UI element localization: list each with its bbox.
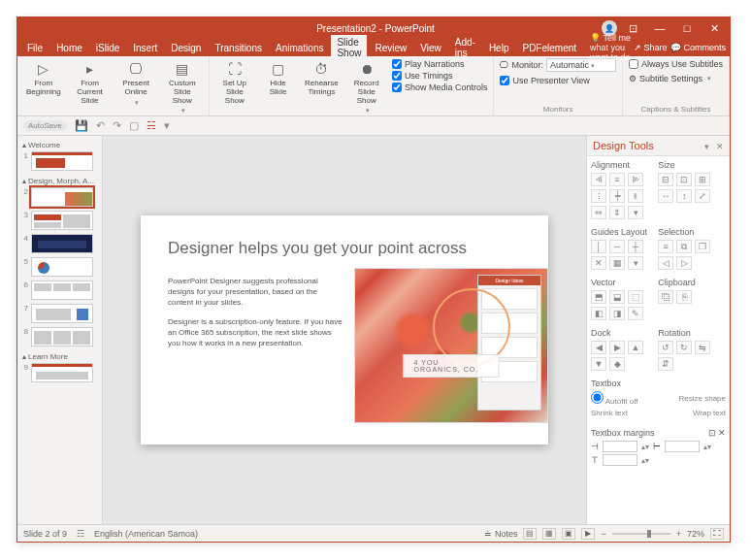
qat-icon-1[interactable]: ▢ bbox=[129, 119, 139, 132]
pane-close-icon[interactable]: ✕ bbox=[716, 142, 724, 151]
custom-show-button[interactable]: ▤Custom Slide Show bbox=[162, 58, 203, 116]
thumb-3[interactable] bbox=[31, 211, 93, 230]
margins-lock-icon[interactable]: ⊡ bbox=[708, 428, 716, 438]
same-width-icon[interactable]: ⊟ bbox=[658, 173, 673, 186]
thumb-9[interactable] bbox=[31, 363, 93, 382]
minimize-button[interactable]: — bbox=[648, 22, 671, 34]
flip-h-icon[interactable]: ⇋ bbox=[695, 341, 710, 354]
tab-view[interactable]: View bbox=[414, 41, 447, 55]
thumb-2[interactable] bbox=[31, 187, 93, 207]
setup-button[interactable]: ⛶Set Up Slide Show bbox=[215, 58, 254, 116]
dock-right-icon[interactable]: ▶ bbox=[609, 341, 625, 354]
dock-center-icon[interactable]: ◆ bbox=[609, 357, 625, 371]
qat-icon-2[interactable]: ☵ bbox=[147, 119, 156, 132]
tab-design[interactable]: Design bbox=[165, 41, 207, 55]
tab-file[interactable]: File bbox=[21, 41, 49, 55]
tab-home[interactable]: Home bbox=[50, 41, 88, 55]
dock-up-icon[interactable]: ▲ bbox=[628, 341, 643, 354]
same-height-icon[interactable]: ⊡ bbox=[676, 173, 692, 186]
sel-pane-icon[interactable]: ≡ bbox=[658, 240, 673, 253]
zoom-slider[interactable] bbox=[612, 533, 670, 535]
rehearse-button[interactable]: ⏱Rehearse Timings bbox=[302, 58, 341, 116]
tell-me[interactable]: 💡 Tell me what you want to do bbox=[590, 33, 632, 62]
sorter-view-icon[interactable]: ▦ bbox=[542, 528, 556, 540]
notes-button[interactable]: ≐ Notes bbox=[484, 529, 517, 539]
sel-copy-icon[interactable]: ❐ bbox=[695, 240, 710, 253]
comments-button[interactable]: 💬 Comments bbox=[670, 43, 726, 52]
tab-help[interactable]: Help bbox=[483, 41, 515, 55]
use-timings-check[interactable]: Use Timings bbox=[392, 71, 488, 81]
thumb-5[interactable] bbox=[31, 257, 93, 277]
thumbnail-panel[interactable]: ▴ Welcome 1 ▴ Design, Morph, A... 2 3 4 … bbox=[17, 136, 103, 524]
thumb-1[interactable] bbox=[31, 151, 93, 171]
qat-more-icon[interactable]: ▾ bbox=[164, 119, 170, 132]
hide-slide-button[interactable]: ▢Hide Slide bbox=[260, 58, 296, 116]
margin-right-field[interactable] bbox=[665, 441, 700, 452]
zoom-level[interactable]: 72% bbox=[687, 529, 704, 539]
vec-edit-icon[interactable]: ✎ bbox=[628, 307, 643, 320]
section-learn[interactable]: ▴ Learn More bbox=[20, 350, 99, 363]
thumb-7[interactable] bbox=[31, 304, 93, 323]
play-narrations-check[interactable]: Play Narrations bbox=[392, 59, 488, 69]
rot-ccw-icon[interactable]: ↺ bbox=[658, 341, 673, 354]
pane-menu-icon[interactable]: ▾ bbox=[704, 142, 709, 151]
spin-arrows[interactable]: ▴▾ bbox=[641, 456, 649, 465]
presenter-view-check[interactable]: Use Presenter View bbox=[500, 76, 616, 85]
guide-del-icon[interactable]: ✕ bbox=[591, 256, 606, 270]
sel-fwd-icon[interactable]: ▷ bbox=[676, 256, 692, 270]
clip-copy-icon[interactable]: ⿻ bbox=[658, 290, 673, 304]
dock-down-icon[interactable]: ▼ bbox=[591, 357, 606, 371]
guide-grid-icon[interactable]: ▦ bbox=[609, 256, 625, 270]
fit-window-icon[interactable]: ⛶ bbox=[710, 528, 724, 540]
zoom-out-button[interactable]: − bbox=[601, 529, 605, 539]
sel-back-icon[interactable]: ◁ bbox=[658, 256, 673, 270]
design-tools-content[interactable]: Alignment ⫷≡⫸ ⫶┿⫵ ⇔⇕▾ Size ⊟⊡⊞ ↔↕⤢ Guide bbox=[587, 156, 730, 524]
accessibility-icon[interactable]: ☶ bbox=[77, 529, 84, 539]
size-both-icon[interactable]: ⤢ bbox=[695, 189, 710, 203]
thumb-8[interactable] bbox=[31, 327, 93, 346]
section-welcome[interactable]: ▴ Welcome bbox=[20, 139, 99, 151]
normal-view-icon[interactable]: ▤ bbox=[523, 528, 537, 540]
show-media-check[interactable]: Show Media Controls bbox=[392, 82, 488, 92]
share-button[interactable]: ↗ Share bbox=[634, 43, 667, 52]
autofit-radio[interactable] bbox=[591, 391, 604, 404]
subtitle-settings-button[interactable]: ⚙ Subtitle Settings bbox=[629, 74, 723, 83]
redo-icon[interactable]: ↷ bbox=[113, 119, 121, 132]
margins-reset-icon[interactable]: ✕ bbox=[718, 428, 726, 438]
autosave-toggle[interactable]: AutoSave bbox=[23, 120, 67, 131]
slide-canvas[interactable]: Designer helps you get your point across… bbox=[103, 136, 586, 524]
dist-h-icon[interactable]: ⇔ bbox=[591, 206, 606, 219]
maximize-button[interactable]: □ bbox=[675, 22, 699, 34]
slide-counter[interactable]: Slide 2 of 9 bbox=[23, 529, 67, 539]
tab-islide[interactable]: iSlide bbox=[90, 41, 125, 55]
size-h-icon[interactable]: ↔ bbox=[658, 189, 673, 203]
thumb-4[interactable] bbox=[31, 234, 93, 253]
guide-cross-icon[interactable]: ┼ bbox=[628, 240, 643, 253]
vec-combine-icon[interactable]: ⬓ bbox=[609, 290, 625, 304]
guide-v-icon[interactable]: │ bbox=[591, 240, 606, 253]
align-left-icon[interactable]: ⫷ bbox=[591, 173, 606, 186]
vec-intersect-icon[interactable]: ◧ bbox=[591, 307, 606, 320]
align-middle-icon[interactable]: ┿ bbox=[609, 189, 625, 203]
tab-pdfelement[interactable]: PDFelement bbox=[516, 41, 582, 55]
align-top-icon[interactable]: ⫶ bbox=[591, 189, 606, 203]
undo-icon[interactable]: ↶ bbox=[96, 119, 105, 132]
dist-v-icon[interactable]: ⇕ bbox=[609, 206, 625, 219]
resize-label[interactable]: Resize shape bbox=[679, 394, 726, 403]
save-icon[interactable]: 💾 bbox=[75, 119, 88, 132]
slideshow-view-icon[interactable]: ▶ bbox=[581, 528, 595, 540]
wrap-label[interactable]: Wrap text bbox=[693, 409, 726, 417]
tab-animations[interactable]: Animations bbox=[270, 41, 329, 55]
guide-more-icon[interactable]: ▾ bbox=[628, 256, 643, 270]
margin-top-field[interactable] bbox=[603, 454, 637, 466]
vec-subtract-icon[interactable]: ◨ bbox=[609, 307, 625, 320]
from-beginning-button[interactable]: ▷From Beginning bbox=[23, 58, 64, 116]
align-right-icon[interactable]: ⫸ bbox=[628, 173, 643, 186]
always-subtitles-check[interactable]: Always Use Subtitles bbox=[629, 59, 723, 69]
vec-union-icon[interactable]: ⬒ bbox=[591, 290, 606, 304]
tab-review[interactable]: Review bbox=[369, 41, 412, 55]
align-center-icon[interactable]: ≡ bbox=[609, 173, 625, 186]
rot-cw-icon[interactable]: ↻ bbox=[676, 341, 692, 354]
slide[interactable]: Designer helps you get your point across… bbox=[141, 215, 548, 445]
present-online-button[interactable]: 🖵Present Online bbox=[115, 58, 156, 116]
